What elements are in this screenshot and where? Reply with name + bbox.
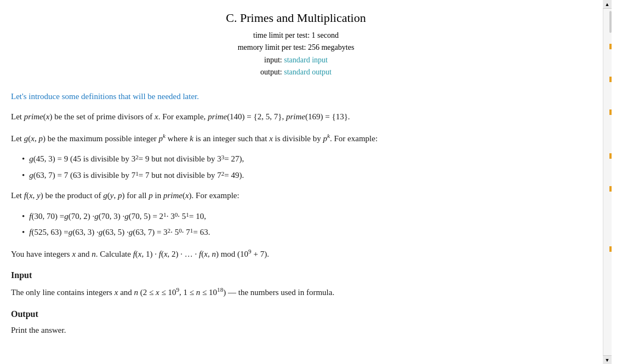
- scrollbar-area: ▲ ▼: [603, 0, 612, 364]
- marker-5: [609, 186, 612, 192]
- scroll-thumb: [609, 11, 612, 33]
- g-example-2: g(63, 7) = 7 (63 is divisible by 71 = 7 …: [22, 169, 581, 183]
- task-description: You have integers x and n. Calculate f(x…: [11, 246, 581, 262]
- f-example-1: f(30, 70) = g(70, 2) · g(70, 3) · g(70, …: [22, 210, 581, 224]
- time-limit: time limit per test: 1 second: [11, 30, 581, 42]
- problem-title: C. Primes and Multiplication: [11, 11, 581, 25]
- f-examples-list: f(30, 70) = g(70, 2) · g(70, 3) · g(70, …: [22, 210, 581, 240]
- f-example-2: f(525, 63) = g(63, 3) · g(63, 5) · g(63,…: [22, 226, 581, 240]
- output-section: Output Print the answer.: [11, 307, 581, 338]
- output-description: Print the answer.: [11, 323, 581, 338]
- prime-definition: Let prime(x) be the set of prime divisor…: [11, 110, 581, 124]
- g-examples-list: g(45, 3) = 9 (45 is divisible by 32 = 9 …: [22, 152, 581, 182]
- meta-info: time limit per test: 1 second memory lim…: [11, 30, 581, 79]
- memory-limit: memory limit per test: 256 megabytes: [11, 42, 581, 54]
- scroll-up-arrow[interactable]: ▲: [603, 0, 612, 9]
- input-header: Input: [11, 268, 581, 282]
- g-example-1: g(45, 3) = 9 (45 is divisible by 32 = 9 …: [22, 152, 581, 166]
- marker-4: [609, 153, 612, 159]
- input-type: input: standard input: [11, 54, 581, 66]
- input-section: Input The only line contains integers x …: [11, 268, 581, 300]
- content-section: Let's introduce some definitions that wi…: [11, 90, 581, 338]
- output-type: output: standard output: [11, 66, 581, 78]
- scroll-down-arrow[interactable]: ▼: [603, 355, 612, 364]
- intro-paragraph: Let's introduce some definitions that wi…: [11, 90, 581, 104]
- marker-1: [609, 44, 612, 49]
- title-section: C. Primes and Multiplication time limit …: [11, 11, 581, 79]
- input-description: The only line contains integers x and n …: [11, 285, 581, 300]
- marker-6: [609, 246, 612, 252]
- g-definition: Let g(x, p) be the maximum possible inte…: [11, 131, 581, 146]
- marker-3: [609, 109, 612, 115]
- output-header: Output: [11, 307, 581, 321]
- marker-2: [609, 77, 612, 82]
- f-definition: Let f(x, y) be the product of g(y, p) fo…: [11, 189, 581, 203]
